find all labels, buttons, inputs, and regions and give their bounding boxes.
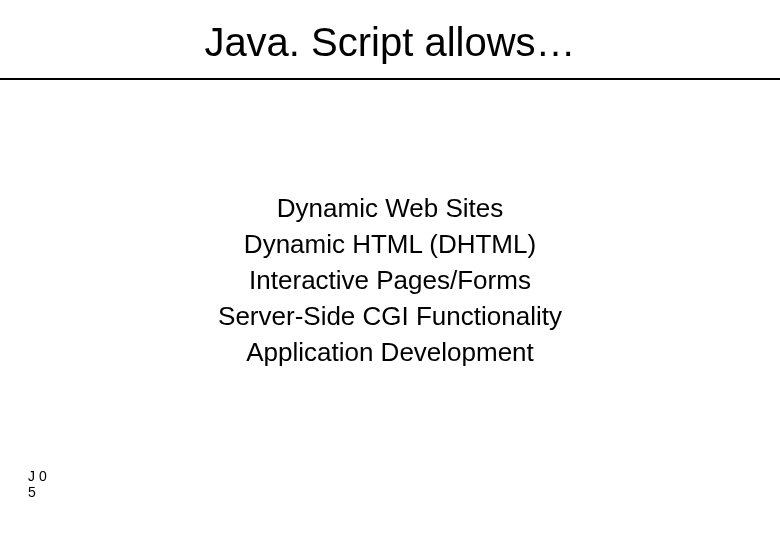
title-underline xyxy=(0,78,780,80)
body-line: Interactive Pages/Forms xyxy=(0,262,780,298)
footer-line-2: 5 xyxy=(28,484,47,500)
body-line: Dynamic HTML (DHTML) xyxy=(0,226,780,262)
body-line: Application Development xyxy=(0,334,780,370)
slide-title: Java. Script allows… xyxy=(0,20,780,65)
footer-line-1: J 0 xyxy=(28,468,47,484)
slide-footer: J 0 5 xyxy=(28,468,47,500)
slide-body: Dynamic Web Sites Dynamic HTML (DHTML) I… xyxy=(0,190,780,370)
slide: Java. Script allows… Dynamic Web Sites D… xyxy=(0,0,780,540)
body-line: Server-Side CGI Functionality xyxy=(0,298,780,334)
body-line: Dynamic Web Sites xyxy=(0,190,780,226)
